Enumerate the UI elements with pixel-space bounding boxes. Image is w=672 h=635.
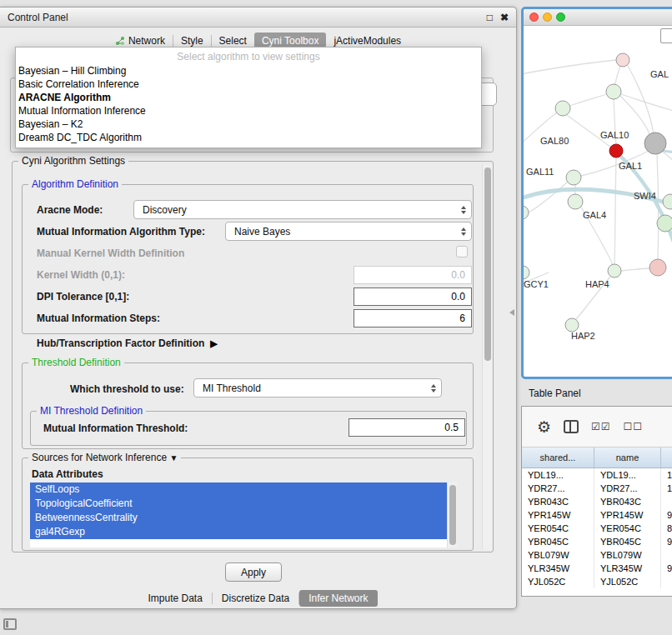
- gear-icon[interactable]: ⚙: [537, 419, 551, 435]
- algorithm-option-selected[interactable]: ARACNE Algorithm: [16, 91, 481, 104]
- deselect-all-checkboxes-icon[interactable]: ☐☐: [624, 421, 644, 432]
- network-node-gal80[interactable]: [555, 101, 570, 116]
- network-node-swi4[interactable]: [663, 194, 672, 209]
- cell: YBR045C: [522, 535, 594, 548]
- sources-legend[interactable]: Sources for Network Inference ▼: [28, 452, 181, 463]
- network-node-red-gal10[interactable]: [609, 144, 623, 158]
- mi-type-select[interactable]: Naive Bayes: [225, 222, 472, 241]
- network-canvas[interactable]: GAL80 GAL10 GAL11 GAL1 SWI4 GAL4 GCY1 HA…: [524, 26, 672, 377]
- algorithm-popup-prompt: Select algorithm to view settings: [16, 50, 481, 64]
- zoom-window-icon[interactable]: [556, 12, 565, 22]
- network-node-green[interactable]: [606, 84, 621, 99]
- attributes-scrollbar-thumb[interactable]: [449, 485, 456, 545]
- mi-threshold-label: Mutual Information Threshold:: [43, 422, 188, 434]
- aracne-mode-select[interactable]: Discovery: [133, 200, 472, 219]
- algorithm-option[interactable]: Dream8 DC_TDC Algorithm: [16, 131, 481, 144]
- tab-impute-data[interactable]: Impute Data: [138, 590, 211, 607]
- dpi-tolerance-field[interactable]: [354, 288, 472, 306]
- mi-threshold-legend: MI Threshold Definition: [37, 405, 146, 417]
- network-node-gal11[interactable]: [566, 170, 581, 185]
- column-header-name[interactable]: name: [594, 448, 661, 468]
- network-node-hap4[interactable]: [608, 264, 621, 278]
- settings-scrollbar-thumb[interactable]: [484, 168, 491, 361]
- panel-collapse-arrow-icon[interactable]: [509, 309, 514, 316]
- table-row[interactable]: YBR043C YBR043C: [522, 495, 672, 508]
- mi-steps-field[interactable]: [354, 309, 472, 328]
- hub-factor-expander[interactable]: Hub/Transcription Factor Definition ▶: [37, 338, 218, 349]
- cell: YJL052C: [594, 575, 661, 588]
- cell: YLR345W: [522, 562, 594, 575]
- cell: YDL19...: [594, 468, 661, 482]
- network-node-pink2[interactable]: [649, 259, 666, 276]
- close-window-icon[interactable]: [529, 12, 539, 22]
- attribute-item-selected[interactable]: TopologicalCoefficient: [30, 497, 457, 511]
- network-node-gal4[interactable]: [568, 194, 583, 209]
- float-panel-icon[interactable]: □: [487, 12, 493, 23]
- table-row[interactable]: YPR145W YPR145W 9.: [522, 508, 672, 522]
- tab-discretize-data[interactable]: Discretize Data: [213, 590, 298, 607]
- close-panel-icon[interactable]: ✖: [500, 12, 509, 23]
- cell: 9.: [661, 562, 672, 575]
- manual-kernel-checkbox[interactable]: [456, 246, 468, 258]
- network-view-window: GAL80 GAL10 GAL11 GAL1 SWI4 GAL4 GCY1 HA…: [521, 7, 672, 379]
- network-node-hap2[interactable]: [565, 318, 579, 332]
- network-icon: [115, 36, 125, 46]
- table-row[interactable]: YDR27... YDR27... 12: [522, 482, 672, 495]
- tab-network-label: Network: [128, 35, 165, 47]
- algorithm-dropdown-popup: Select algorithm to view settings Bayesi…: [15, 47, 482, 148]
- table-row[interactable]: YER054C YER054C 8.: [522, 522, 672, 535]
- cell: YDR27...: [522, 482, 594, 495]
- tab-cyni-toolbox-label: Cyni Toolbox: [262, 35, 318, 47]
- table-row[interactable]: YBR045C YBR045C 9.: [522, 535, 672, 548]
- columns-icon[interactable]: [564, 420, 579, 433]
- cell: YBL079W: [594, 548, 661, 562]
- bottom-tab-bar: Impute Data Discretize Data Infer Networ…: [0, 590, 516, 607]
- chevron-updown-icon: [431, 384, 436, 392]
- network-node-gcy1[interactable]: [524, 266, 529, 279]
- which-threshold-select[interactable]: MI Threshold: [193, 378, 442, 398]
- select-all-checkboxes-icon[interactable]: ☑☑: [591, 421, 611, 432]
- table-row[interactable]: YJL052C YJL052C: [522, 575, 672, 588]
- aracne-mode-label: Aracne Mode:: [37, 204, 103, 216]
- network-node-green-right[interactable]: [657, 215, 672, 232]
- cell: YBR045C: [594, 535, 661, 548]
- node-label: GAL1: [619, 161, 642, 171]
- table-header: shared... name: [522, 448, 672, 468]
- restore-panel-icon[interactable]: [3, 618, 17, 630]
- control-panel-title: Control Panel: [8, 12, 68, 23]
- algorithm-definition-legend: Algorithm Definition: [28, 178, 122, 190]
- network-window-titlebar: [524, 9, 672, 26]
- attributes-scrollbar[interactable]: [447, 482, 457, 548]
- attribute-item-selected[interactable]: gal4RGexp: [30, 525, 457, 539]
- kernel-width-field[interactable]: [354, 266, 472, 284]
- algorithm-option[interactable]: Bayesian – Hill Climbing: [16, 64, 481, 78]
- control-panel-titlebar: Control Panel □ ✖: [0, 8, 516, 28]
- mi-threshold-field[interactable]: [349, 418, 465, 437]
- tab-infer-network[interactable]: Infer Network: [299, 590, 377, 607]
- attribute-item-selected[interactable]: BetweennessCentrality: [30, 511, 457, 525]
- node-label: GAL10: [600, 130, 629, 140]
- algorithm-option[interactable]: Mutual Information Inference: [16, 104, 481, 118]
- network-node-clipped-left[interactable]: [524, 206, 529, 219]
- network-node-pink[interactable]: [616, 53, 629, 67]
- column-header-shared-name[interactable]: shared...: [522, 448, 594, 468]
- node-label: SWI4: [634, 191, 656, 201]
- table-row[interactable]: YLR345W YLR345W 9.: [522, 562, 672, 575]
- cell: 8.: [661, 522, 672, 535]
- apply-button[interactable]: Apply: [225, 562, 282, 582]
- minimize-window-icon[interactable]: [543, 12, 552, 22]
- settings-scrollbar[interactable]: [482, 164, 492, 549]
- attribute-item-selected[interactable]: SelfLoops: [30, 482, 457, 497]
- cell: YBR043C: [594, 495, 661, 508]
- sources-legend-label: Sources for Network Inference: [32, 452, 167, 463]
- network-node-gray[interactable]: [644, 132, 666, 154]
- algorithm-option[interactable]: Basic Correlation Inference: [16, 78, 481, 91]
- node-label: GAL80: [540, 136, 569, 146]
- mi-type-value: Naive Bayes: [234, 226, 290, 238]
- column-header-clipped[interactable]: [661, 448, 672, 468]
- table-row[interactable]: YBL079W YBL079W: [522, 548, 672, 562]
- birdseye-toggle[interactable]: [660, 28, 672, 43]
- table-row[interactable]: YDL19... YDL19... 13: [522, 468, 672, 482]
- node-label: GAL4: [583, 210, 606, 220]
- algorithm-option[interactable]: Bayesian – K2: [16, 118, 481, 131]
